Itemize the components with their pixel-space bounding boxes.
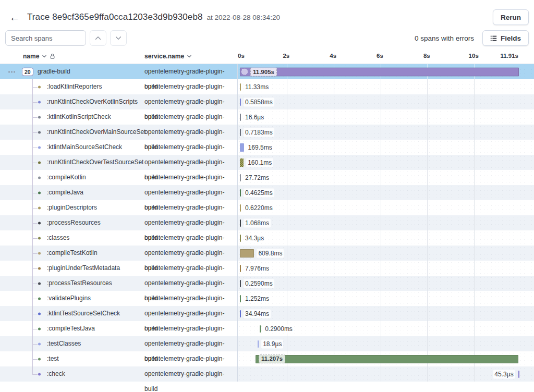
span-name-cell: :processTestResources xyxy=(0,276,144,291)
table-row[interactable]: :test opentelemetry-gradle-plugin-build … xyxy=(0,351,534,366)
span-bar[interactable] xyxy=(240,99,241,106)
timeline-gridline xyxy=(381,291,381,306)
service-name: opentelemetry-gradle-plugin-build xyxy=(144,215,237,230)
timeline-gridline xyxy=(287,125,287,140)
back-arrow-button[interactable]: ← xyxy=(7,11,22,23)
table-row[interactable]: :compileJava opentelemetry-gradle-plugin… xyxy=(0,185,534,200)
span-dot-icon xyxy=(38,191,41,194)
timeline-gridline xyxy=(381,215,381,230)
span-bar[interactable] xyxy=(240,280,241,287)
previous-match-button[interactable] xyxy=(90,30,106,46)
table-row[interactable]: :check opentelemetry-gradle-plugin-build… xyxy=(0,366,534,382)
table-row[interactable]: :runKtlintCheckOverKotlinScripts opentel… xyxy=(0,94,534,109)
span-bar[interactable] xyxy=(240,249,254,258)
timeline-gridline xyxy=(381,336,381,351)
table-row[interactable]: :validatePlugins opentelemetry-gradle-pl… xyxy=(0,291,534,306)
table-row[interactable]: :pluginUnderTestMetadata opentelemetry-g… xyxy=(0,261,534,276)
timeline-cell: 34.3µs xyxy=(237,230,534,246)
table-row[interactable]: :compileTestJava opentelemetry-gradle-pl… xyxy=(0,321,534,336)
spans-with-errors-label: 0 spans with errors xyxy=(415,34,474,42)
span-bar[interactable] xyxy=(240,310,241,317)
span-name: :compileTestJava xyxy=(47,321,95,336)
span-name: :ktlintMainSourceSetCheck xyxy=(47,140,122,155)
span-duration: 11.905s xyxy=(250,67,277,76)
timeline-gridline xyxy=(334,170,334,185)
span-bar[interactable] xyxy=(240,143,244,152)
timeline-gridline xyxy=(287,94,287,109)
span-bar[interactable] xyxy=(240,235,241,242)
table-row[interactable]: :ktlintMainSourceSetCheck opentelemetry-… xyxy=(0,140,534,155)
span-bar[interactable] xyxy=(240,219,241,227)
column-header-name[interactable]: name xyxy=(23,53,55,60)
span-bar[interactable] xyxy=(240,158,244,167)
timeline-gridline xyxy=(334,200,334,215)
table-row[interactable]: :classes opentelemetry-gradle-plugin-bui… xyxy=(0,230,534,246)
span-bar[interactable] xyxy=(518,371,519,378)
timeline-cell: 160.1ms xyxy=(237,155,534,170)
span-bar[interactable] xyxy=(240,189,241,197)
timeline-cell: 11.905s xyxy=(237,64,534,79)
timeline-gridline xyxy=(334,230,334,246)
timeline-cell: 11.207s xyxy=(237,351,534,366)
span-bar[interactable] xyxy=(240,129,241,136)
span-duration: 169.5ms xyxy=(247,143,274,152)
axis-tick-label: 0s xyxy=(238,53,245,59)
table-row[interactable]: :processResources opentelemetry-gradle-p… xyxy=(0,215,534,230)
fields-button[interactable]: Fields xyxy=(482,30,529,46)
tree-branch-line xyxy=(32,314,38,314)
tree-branch-line xyxy=(32,284,38,284)
table-row[interactable]: :runKtlintCheckOverMainSourceSet opentel… xyxy=(0,125,534,140)
span-dot-icon xyxy=(38,373,41,375)
span-name: :processTestResources xyxy=(47,276,112,291)
span-bar[interactable] xyxy=(240,295,241,302)
table-row[interactable]: :ktlintKotlinScriptCheck opentelemetry-g… xyxy=(0,109,534,125)
axis-tick-label: 8s xyxy=(423,53,430,59)
table-row[interactable]: :loadKtlintReporters opentelemetry-gradl… xyxy=(0,79,534,94)
rerun-button[interactable]: Rerun xyxy=(493,9,529,25)
table-row[interactable]: :compileTestKotlin opentelemetry-gradle-… xyxy=(0,246,534,261)
table-row[interactable]: :ktlintTestSourceSetCheck opentelemetry-… xyxy=(0,306,534,321)
timeline-cell: 16.6µs xyxy=(237,109,534,125)
next-match-button[interactable] xyxy=(110,30,127,46)
span-dot-icon xyxy=(38,101,41,103)
timeline-gridline xyxy=(287,246,287,261)
timeline-gridline xyxy=(474,170,475,185)
span-bar[interactable] xyxy=(240,114,241,121)
span-duration: 16.6µs xyxy=(244,113,265,121)
table-row[interactable]: :compileKotlin opentelemetry-gradle-plug… xyxy=(0,170,534,185)
column-header-service-name[interactable]: service.name xyxy=(144,53,192,60)
table-row[interactable]: :pluginDescriptors opentelemetry-gradle-… xyxy=(0,200,534,215)
timeline-gridline xyxy=(287,155,287,170)
span-bar[interactable]: 11.207s xyxy=(256,355,518,363)
timeline-gridline xyxy=(381,125,381,140)
table-row[interactable]: :testClasses opentelemetry-gradle-plugin… xyxy=(0,336,534,351)
timeline-gridline xyxy=(474,215,475,230)
sort-chevron-down-icon xyxy=(187,54,192,59)
service-name: opentelemetry-gradle-plugin-build xyxy=(144,246,237,261)
ellipsis-icon[interactable] xyxy=(8,71,15,72)
span-bar[interactable] xyxy=(240,174,241,181)
search-spans-input[interactable] xyxy=(5,30,86,46)
fields-button-label: Fields xyxy=(501,34,521,42)
tree-branch-line xyxy=(32,359,38,360)
tree-branch-line xyxy=(32,148,38,148)
span-bar[interactable] xyxy=(240,83,241,91)
lock-icon[interactable] xyxy=(50,53,55,59)
tree-branch-line xyxy=(32,329,38,329)
span-name-cell: :processResources xyxy=(0,215,144,230)
axis-tick-label: 10s xyxy=(469,53,479,59)
span-duration: 11.33ms xyxy=(244,82,270,91)
span-name: :loadKtlintReporters xyxy=(47,79,102,94)
span-bar[interactable] xyxy=(260,325,261,333)
spans-toolbar: 0 spans with errors Fields xyxy=(0,30,534,50)
table-row[interactable]: 20 gradle-build opentelemetry-gradle-plu… xyxy=(0,64,534,79)
timeline-gridline xyxy=(427,276,428,291)
timeline-cell: 34.94ms xyxy=(237,306,534,321)
child-count-badge[interactable]: 20 xyxy=(22,67,33,76)
span-bar[interactable] xyxy=(240,204,241,212)
span-bar[interactable]: 11.905s xyxy=(240,67,519,76)
table-row[interactable]: :processTestResources opentelemetry-grad… xyxy=(0,276,534,291)
span-bar[interactable] xyxy=(240,265,241,272)
span-bar[interactable] xyxy=(258,340,259,348)
table-row[interactable]: :runKtlintCheckOverTestSourceSet opentel… xyxy=(0,155,534,170)
